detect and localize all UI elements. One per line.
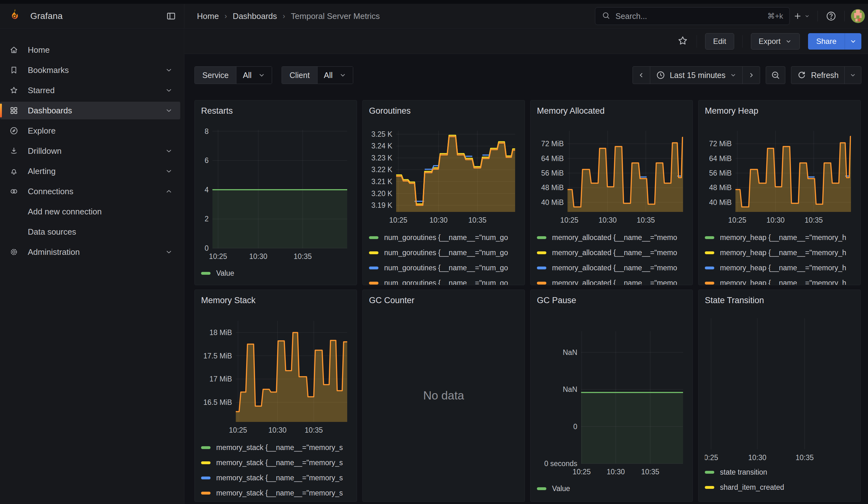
timeseries-chart-memory-heap[interactable]: 40 MiB48 MiB56 MiB64 MiB72 MiB10:2510:30… xyxy=(705,119,854,226)
time-range-picker[interactable]: Last 15 minutes xyxy=(650,66,743,84)
chevron-down-icon[interactable] xyxy=(165,86,173,94)
legend-swatch xyxy=(705,251,714,254)
legend-item[interactable]: Value xyxy=(537,481,686,496)
timeseries-chart-gc-pause[interactable]: 0 seconds0NaNNaN10:2510:3010:35 xyxy=(537,308,686,479)
svg-text:10:35: 10:35 xyxy=(468,216,487,224)
legend-label: memory_heap {__name__="memory_h xyxy=(720,264,846,272)
grafana-logo[interactable] xyxy=(7,8,22,24)
compass-icon xyxy=(9,126,19,135)
chevron-down-icon[interactable] xyxy=(165,248,173,256)
sidebar-item-bookmarks[interactable]: Bookmarks xyxy=(0,61,180,79)
help-button[interactable] xyxy=(822,7,840,25)
legend-item[interactable]: memory_allocated {__name__="memo xyxy=(537,275,686,285)
legend-item[interactable]: memory_stack {__name__="memory_s xyxy=(201,440,350,455)
sidebar-item-add-new-connection[interactable]: Add new connection xyxy=(0,203,180,220)
legend-item[interactable]: memory_heap {__name__="memory_h xyxy=(705,260,854,275)
legend-swatch xyxy=(201,492,210,495)
panel-title[interactable]: Restarts xyxy=(201,106,350,119)
legend-item[interactable]: num_goroutines {__name__="num_go xyxy=(369,245,518,260)
user-avatar[interactable] xyxy=(851,9,865,23)
panel-title[interactable]: GC Pause xyxy=(537,296,686,308)
legend-swatch xyxy=(369,236,379,239)
panel-gc-pause: GC Pause0 seconds0NaNNaN10:2510:3010:35V… xyxy=(530,290,693,502)
svg-text:6: 6 xyxy=(205,156,209,165)
legend-item[interactable]: memory_heap {__name__="memory_h xyxy=(705,245,854,260)
clock-icon xyxy=(656,70,665,80)
sidebar-item-connections[interactable]: Connections xyxy=(0,183,180,200)
sidebar-item-dashboards[interactable]: Dashboards xyxy=(0,102,180,119)
chevron-down-icon[interactable] xyxy=(165,167,173,175)
time-shift-back-button[interactable] xyxy=(633,66,650,84)
service-filter-value[interactable]: All xyxy=(236,66,272,84)
sidebar-item-label: Dashboards xyxy=(28,106,72,116)
svg-text:17 MiB: 17 MiB xyxy=(209,375,232,383)
panel-title[interactable]: Memory Allocated xyxy=(537,106,686,119)
share-dropdown-button[interactable] xyxy=(845,33,861,50)
sidebar-item-home[interactable]: Home xyxy=(0,41,180,59)
chevron-down-icon[interactable] xyxy=(165,107,173,114)
add-new-button[interactable] xyxy=(790,8,813,24)
panel-title[interactable]: State Transition xyxy=(705,296,854,308)
legend-item[interactable]: shard_item_created xyxy=(705,480,854,495)
legend-swatch xyxy=(537,267,546,269)
svg-text:0:25: 0:25 xyxy=(705,453,718,462)
svg-text:10:35: 10:35 xyxy=(637,216,655,224)
sidebar-item-drilldown[interactable]: Drilldown xyxy=(0,142,180,160)
chevron-down-icon[interactable] xyxy=(165,147,173,155)
legend-item[interactable]: num_goroutines {__name__="num_go xyxy=(369,275,518,285)
sidebar-item-starred[interactable]: Starred xyxy=(0,81,180,99)
legend-item[interactable]: memory_stack {__name__="memory_s xyxy=(201,470,350,485)
legend-item[interactable]: memory_allocated {__name__="memo xyxy=(537,230,686,245)
panel-title[interactable]: Memory Heap xyxy=(705,106,854,119)
svg-text:10:35: 10:35 xyxy=(795,453,814,462)
export-button[interactable]: Export xyxy=(751,33,800,50)
mega-menu-toggle-button[interactable] xyxy=(166,11,176,21)
legend-label: memory_allocated {__name__="memo xyxy=(552,264,677,272)
legend-item[interactable]: Value xyxy=(201,266,350,281)
legend-item[interactable]: num_goroutines {__name__="num_go xyxy=(369,260,518,275)
sidebar-nav: HomeBookmarksStarredDashboardsExploreDri… xyxy=(0,41,184,261)
refresh-button[interactable]: Refresh xyxy=(791,66,844,84)
search-box[interactable]: ⌘+k xyxy=(595,7,790,25)
grafana-app: Grafana Home › Dashboards › Temporal Ser… xyxy=(0,0,868,504)
sidebar-item-alerting[interactable]: Alerting xyxy=(0,162,180,180)
legend-swatch xyxy=(369,267,379,269)
sidebar-item-data-sources[interactable]: Data sources xyxy=(0,223,180,240)
breadcrumb-dashboards[interactable]: Dashboards xyxy=(232,11,277,21)
legend-item[interactable]: memory_stack {__name__="memory_s xyxy=(201,455,350,470)
breadcrumb-home[interactable]: Home xyxy=(197,11,219,21)
legend-swatch xyxy=(705,486,714,489)
timeseries-chart-memory-allocated[interactable]: 40 MiB48 MiB56 MiB64 MiB72 MiB10:2510:30… xyxy=(537,119,686,226)
legend-item[interactable]: memory_allocated {__name__="memo xyxy=(537,260,686,275)
panel-title[interactable]: Memory Stack xyxy=(201,296,350,308)
refresh-group: Refresh xyxy=(791,66,861,84)
legend-item[interactable]: memory_stack {__name__="memory_s xyxy=(201,485,350,501)
search-icon xyxy=(602,11,610,21)
favorite-star-icon[interactable] xyxy=(677,35,689,48)
refresh-interval-dropdown[interactable] xyxy=(844,66,861,84)
edit-button[interactable]: Edit xyxy=(705,33,734,50)
client-filter-value[interactable]: All xyxy=(317,66,353,84)
timeseries-chart-goroutines[interactable]: 3.19 K3.20 K3.21 K3.22 K3.23 K3.24 K3.25… xyxy=(369,119,518,226)
legend-item[interactable]: num_goroutines {__name__="num_go xyxy=(369,230,518,245)
service-filter-label: Service xyxy=(195,66,236,84)
legend-item[interactable]: memory_allocated {__name__="memo xyxy=(537,245,686,260)
svg-text:16.5 MiB: 16.5 MiB xyxy=(203,398,232,407)
search-input[interactable] xyxy=(616,12,762,21)
share-button[interactable]: Share xyxy=(808,33,845,50)
timeseries-chart-state-transition[interactable]: 0:2510:3010:35 xyxy=(705,308,854,464)
panel-legend: Value xyxy=(537,481,686,496)
panel-title[interactable]: Goroutines xyxy=(369,106,518,119)
chevron-up-icon[interactable] xyxy=(165,187,173,195)
timeseries-chart-memory-stack[interactable]: 16.5 MiB17 MiB17.5 MiB18 MiB10:2510:3010… xyxy=(201,308,350,438)
svg-text:3.23 K: 3.23 K xyxy=(372,154,393,162)
timeseries-chart-restarts[interactable]: 0246810:2510:3010:35 xyxy=(201,119,350,263)
sidebar-item-explore[interactable]: Explore xyxy=(0,122,180,140)
legend-item[interactable]: memory_heap {__name__="memory_h xyxy=(705,275,854,285)
zoom-out-button[interactable] xyxy=(766,66,785,84)
legend-item[interactable]: state transition xyxy=(705,464,854,480)
legend-item[interactable]: memory_heap {__name__="memory_h xyxy=(705,230,854,245)
time-shift-forward-button[interactable] xyxy=(742,66,760,84)
sidebar-item-administration[interactable]: Administration xyxy=(0,243,180,261)
chevron-down-icon[interactable] xyxy=(165,66,173,74)
